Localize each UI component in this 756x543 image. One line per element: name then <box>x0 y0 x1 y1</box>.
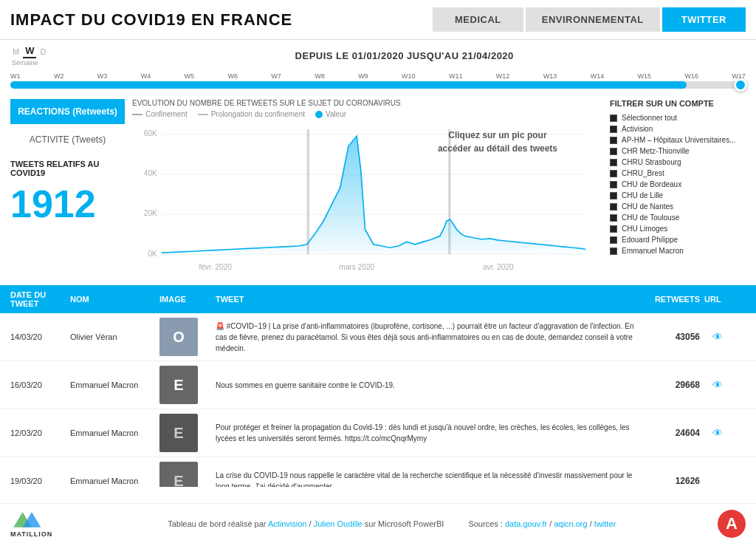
mwd-selector: M W D Semaine <box>10 44 48 66</box>
slider-track[interactable] <box>10 81 746 89</box>
left-panel: REACTIONS (Retweets) ACTIVITE (Tweets) T… <box>10 99 125 279</box>
slider-fill <box>10 81 687 89</box>
table-header: DATE DU TWEET NOM IMAGE TWEET RETWEETS U… <box>0 285 756 313</box>
filter-item-chu-toulouse[interactable]: CHU de Toulouse <box>610 214 746 222</box>
tweets-count: 1912 <box>10 185 125 223</box>
tab-environmental[interactable]: ENVIRONNEMENTAL <box>526 7 660 32</box>
activity-label[interactable]: ACTIVITE (Tweets) <box>10 134 125 145</box>
week-w3: W3 <box>97 72 108 80</box>
tweet-link[interactable]: 👁 <box>704 331 731 343</box>
table-row: 14/03/20 Olivier Véran O 🚨 #COVID−19 | L… <box>0 313 756 361</box>
tweet-text: Pour protéger et freiner la propagation … <box>216 422 636 444</box>
actinvision-link[interactable]: Actinvision <box>268 519 307 528</box>
footer: MATILLION Tableau de bord réalisé par Ac… <box>0 503 756 543</box>
svg-text:avr. 2020: avr. 2020 <box>483 263 514 271</box>
header: IMPACT DU COVID19 EN FRANCE MEDICAL ENVI… <box>0 0 756 40</box>
filter-item[interactable]: Sélectionner tout <box>610 114 746 122</box>
legend-confinement: Confinement <box>132 110 188 118</box>
btn-week[interactable]: W <box>23 44 36 58</box>
week-w15: W15 <box>638 72 652 80</box>
tweet-image-cell: E <box>159 414 211 452</box>
tweet-retweets: 24604 <box>641 428 700 438</box>
chart-container[interactable]: Cliquez sur un pic pouraccéder au détail… <box>132 121 598 279</box>
tweets-section-title: TWEETS RELATIFS AU COVID19 <box>10 160 125 177</box>
table-row: 12/03/20 Emmanuel Macron E Pour protéger… <box>0 409 756 457</box>
tweet-text: 🚨 #COVID−19 | La prise d'anti-inflammato… <box>216 321 636 354</box>
svg-text:mars 2020: mars 2020 <box>339 263 374 271</box>
tweet-text: La crise du COVID-19 nous rappelle le ca… <box>216 470 636 487</box>
table-section: DATE DU TWEET NOM IMAGE TWEET RETWEETS U… <box>0 285 756 487</box>
tweet-author: Emmanuel Macron <box>70 428 155 437</box>
chart-area: EVOLUTION DU NOMBRE DE RETWEETS SUR LE S… <box>132 99 598 279</box>
source2-link[interactable]: aqicn.org <box>554 519 587 528</box>
week-w14: W14 <box>591 72 605 80</box>
reactions-button[interactable]: REACTIONS (Retweets) <box>10 99 125 124</box>
date-range: DEPUIS LE 01/01/2020 JUSQU'AU 21/04/2020 <box>63 50 746 61</box>
tweet-link[interactable]: 👁 <box>704 427 731 439</box>
page-title: IMPACT DU COVID19 EN FRANCE <box>10 10 433 30</box>
tweet-retweets: 29668 <box>641 380 700 390</box>
svg-marker-13 <box>161 136 585 254</box>
filter-item[interactable]: CHU Limoges <box>610 225 746 233</box>
slider-handle[interactable] <box>734 78 747 92</box>
filter-list: Sélectionner tout Activision AP-HM – Hôp… <box>610 114 746 255</box>
chart-title: EVOLUTION DU NOMBRE DE RETWEETS SUR LE S… <box>132 99 598 107</box>
tweet-date: 14/03/20 <box>10 332 66 341</box>
tweet-author: Olivier Véran <box>70 332 155 341</box>
footer-text: Tableau de bord réalisé par Actinvision … <box>66 519 718 528</box>
nav-tabs: MEDICAL ENVIRONNEMENTAL TWITTER <box>433 7 746 32</box>
avatar-4: E <box>159 462 198 487</box>
svg-rect-8 <box>307 129 309 254</box>
filter-item[interactable]: Edouard Philippe <box>610 236 746 244</box>
table-row: 19/03/20 Emmanuel Macron E La crise du C… <box>0 457 756 487</box>
week-w11: W11 <box>449 72 463 80</box>
tweet-date: 19/03/20 <box>10 477 66 485</box>
activision-logo-btn[interactable]: A <box>718 510 746 538</box>
avatar-2: E <box>159 366 198 404</box>
btn-month[interactable]: M <box>10 47 21 57</box>
week-w4: W4 <box>141 72 151 80</box>
filter-item[interactable]: CHR Metz-Thionville <box>610 147 746 155</box>
source1-link[interactable]: data.gouv.fr <box>505 519 547 528</box>
filter-item[interactable]: CHRU Strasbourg <box>610 158 746 166</box>
filter-item[interactable]: CHU de Lille <box>610 191 746 199</box>
filter-item[interactable]: CHU de Bordeaux <box>610 180 746 188</box>
tweets-section: TWEETS RELATIFS AU COVID19 1912 <box>10 160 125 223</box>
tab-medical[interactable]: MEDICAL <box>433 7 523 32</box>
main-content: REACTIONS (Retweets) ACTIVITE (Tweets) T… <box>0 93 756 285</box>
week-w5: W5 <box>185 72 195 80</box>
svg-text:40K: 40K <box>144 169 157 177</box>
table-row: 16/03/20 Emmanuel Macron E Nous sommes e… <box>0 361 756 409</box>
filter-item[interactable]: CHRU_Brest <box>610 169 746 177</box>
source3-link[interactable]: twitter <box>594 519 616 528</box>
chart-svg: 60K 40K 20K 0K févr. 2020 mars 2020 avr.… <box>132 121 598 279</box>
week-w12: W12 <box>496 72 510 80</box>
week-w8: W8 <box>315 72 325 80</box>
week-w2: W2 <box>54 72 64 80</box>
col-nom: NOM <box>70 295 155 304</box>
tweet-author: Emmanuel Macron <box>70 380 155 389</box>
filter-item[interactable]: Emmanuel Macron <box>610 247 746 255</box>
filter-panel: FILTRER SUR UN COMPTE Sélectionner tout … <box>605 99 746 279</box>
filter-item[interactable]: CHU de Nantes <box>610 202 746 211</box>
tweet-date: 16/03/20 <box>10 380 66 389</box>
week-slider-area: W1 W2 W3 W4 W5 W6 W7 W8 W9 W10 W11 W12 W… <box>0 71 756 93</box>
filter-item[interactable]: Activision <box>610 125 746 133</box>
svg-text:0K: 0K <box>148 250 157 258</box>
tweet-date: 12/03/20 <box>10 428 66 437</box>
tweet-author: Emmanuel Macron <box>70 477 155 485</box>
julien-link[interactable]: Julien Oudille <box>314 519 362 528</box>
tab-twitter[interactable]: TWITTER <box>662 7 746 32</box>
week-w13: W13 <box>543 72 557 80</box>
col-date: DATE DU TWEET <box>10 290 66 308</box>
week-labels: W1 W2 W3 W4 W5 W6 W7 W8 W9 W10 W11 W12 W… <box>10 72 746 80</box>
matillion-logo: MATILLION <box>10 509 52 538</box>
btn-day[interactable]: D <box>38 47 48 57</box>
table-body: 14/03/20 Olivier Véran O 🚨 #COVID−19 | L… <box>0 313 756 487</box>
avatar-1: O <box>159 318 198 356</box>
legend-prolongation: Prolongation du confinement <box>198 110 305 118</box>
time-controls: M W D Semaine DEPUIS LE 01/01/2020 JUSQU… <box>0 40 756 71</box>
filter-item[interactable]: AP-HM – Hôpitaux Universitaires... <box>610 136 746 144</box>
tweet-link[interactable]: 👁 <box>704 379 731 391</box>
tweet-text: Nous sommes en guerre sanitaire contre l… <box>216 380 636 391</box>
